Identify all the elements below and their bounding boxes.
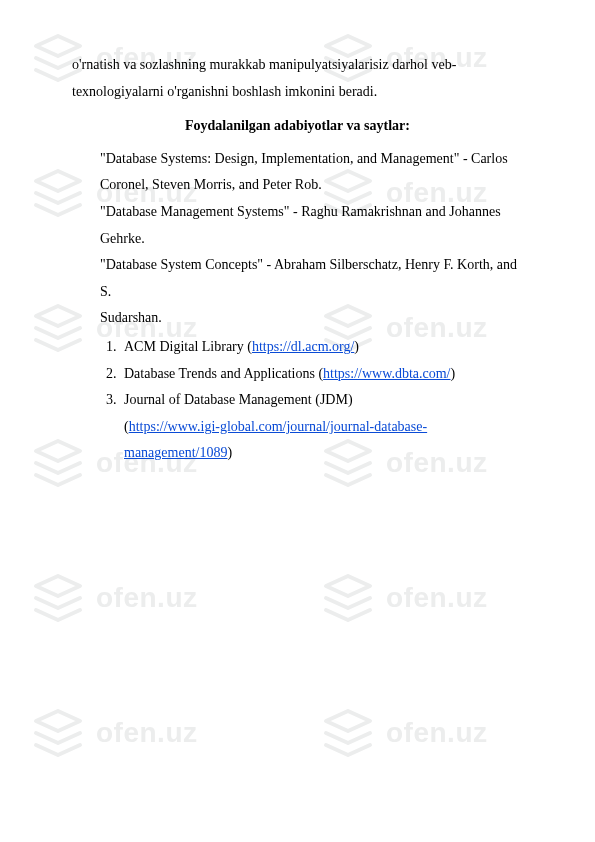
- reference-2-line-2: Gehrke.: [100, 226, 523, 253]
- list-item: ACM Digital Library (https://dl.acm.org/…: [120, 334, 523, 361]
- list-item-subline: (https://www.igi-global.com/journal/jour…: [124, 414, 523, 467]
- list-item-text: ACM Digital Library (: [124, 339, 252, 354]
- stack-icon: [30, 570, 86, 626]
- references-heading: Foydalanilgan adabiyotlar va saytlar:: [72, 113, 523, 140]
- list-item: Journal of Database Management (JDM) (ht…: [120, 387, 523, 467]
- acm-link[interactable]: https://dl.acm.org/: [252, 339, 354, 354]
- stack-icon: [30, 705, 86, 761]
- page-content: o'rnatish va sozlashning murakkab manipu…: [0, 0, 595, 507]
- intro-line-1: o'rnatish va sozlashning murakkab manipu…: [72, 52, 523, 79]
- list-item-text: ): [227, 445, 232, 460]
- reference-2-line-1: "Database Management Systems" - Raghu Ra…: [100, 199, 523, 226]
- reference-3-line-2: Sudarshan.: [100, 305, 523, 332]
- stack-icon: [320, 570, 376, 626]
- watermark-text: ofen.uz: [386, 706, 488, 759]
- list-item-text: ): [354, 339, 359, 354]
- reference-3-line-1: "Database System Concepts" - Abraham Sil…: [100, 252, 523, 305]
- links-list: ACM Digital Library (https://dl.acm.org/…: [100, 334, 523, 467]
- igi-link[interactable]: https://www.igi-global.com/journal/journ…: [124, 419, 427, 461]
- list-item-text: Journal of Database Management (JDM): [124, 392, 353, 407]
- watermark-text: ofen.uz: [386, 571, 488, 624]
- reference-1-line-1: "Database Systems: Design, Implementatio…: [100, 146, 523, 173]
- stack-icon: [320, 705, 376, 761]
- intro-line-2: texnologiyalarni o'rganishni boshlash im…: [72, 79, 523, 106]
- reference-1-line-2: Coronel, Steven Morris, and Peter Rob.: [100, 172, 523, 199]
- watermark-text: ofen.uz: [96, 706, 198, 759]
- dbta-link[interactable]: https://www.dbta.com/: [323, 366, 450, 381]
- list-item-text: Database Trends and Applications (: [124, 366, 323, 381]
- watermark-text: ofen.uz: [96, 571, 198, 624]
- list-item-text: ): [451, 366, 456, 381]
- list-item: Database Trends and Applications (https:…: [120, 361, 523, 388]
- references-block: "Database Systems: Design, Implementatio…: [72, 146, 523, 467]
